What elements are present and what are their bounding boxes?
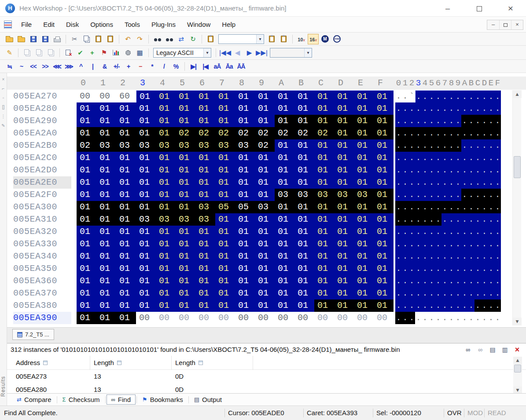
ascii-char[interactable]: .: [415, 213, 422, 226]
ascii-char[interactable]: .: [441, 139, 448, 152]
ascii-char[interactable]: .: [468, 127, 475, 139]
ascii-char[interactable]: .: [428, 250, 435, 263]
ascii-char[interactable]: .: [402, 102, 408, 115]
cut-icon[interactable]: ✂: [69, 34, 80, 44]
hex-byte[interactable]: 01: [374, 164, 394, 176]
ascii-char[interactable]: .: [488, 189, 494, 201]
hex-byte[interactable]: 01: [255, 189, 275, 201]
hex-byte[interactable]: 01: [96, 213, 116, 226]
op-xor-icon[interactable]: ^: [75, 61, 86, 72]
hex-byte[interactable]: 01: [136, 287, 156, 299]
document-icon[interactable]: [4, 21, 12, 29]
mdi-close-button[interactable]: ×: [511, 20, 523, 29]
data-grid-icon[interactable]: ▦: [134, 47, 145, 58]
uppercase-icon[interactable]: aĀ: [212, 61, 223, 72]
hex-byte[interactable]: 01: [176, 176, 195, 189]
ascii-char[interactable]: .: [448, 115, 455, 127]
ascii-char[interactable]: .: [395, 213, 402, 226]
ascii-char[interactable]: .: [488, 238, 494, 250]
hex-byte[interactable]: 01: [156, 127, 176, 139]
ascii-char[interactable]: .: [494, 189, 501, 201]
ascii-char[interactable]: .: [408, 312, 415, 324]
ascii-char[interactable]: .: [441, 115, 448, 127]
ascii-char[interactable]: .: [428, 152, 435, 164]
hex-byte[interactable]: 01: [235, 299, 255, 312]
ascii-char[interactable]: .: [441, 152, 448, 164]
hex-byte[interactable]: 01: [116, 201, 136, 213]
hex-byte[interactable]: 01: [314, 299, 334, 312]
hex-byte[interactable]: 01: [176, 164, 195, 176]
chevron-down-icon[interactable]: ▾: [256, 35, 264, 44]
ascii-char[interactable]: .: [455, 263, 461, 275]
hex-byte[interactable]: 01: [374, 176, 394, 189]
hex-byte[interactable]: 01: [255, 90, 275, 102]
hex-byte[interactable]: 01: [116, 127, 136, 139]
hex-byte[interactable]: 01: [334, 127, 354, 139]
hex-byte[interactable]: 01: [354, 250, 374, 263]
ascii-char[interactable]: .: [481, 263, 488, 275]
ascii-char[interactable]: .: [481, 176, 488, 189]
ascii-char[interactable]: .: [422, 275, 428, 287]
hex-byte[interactable]: 01: [116, 250, 136, 263]
hex-byte[interactable]: 01: [294, 201, 314, 213]
hex-byte[interactable]: 01: [215, 152, 235, 164]
ascii-char[interactable]: .: [415, 164, 422, 176]
results-column-header[interactable]: Length: [172, 356, 253, 370]
ascii-char[interactable]: .: [408, 102, 415, 115]
ascii-char[interactable]: .: [475, 90, 481, 102]
ascii-char[interactable]: .: [455, 176, 461, 189]
ascii-char[interactable]: .: [488, 226, 494, 238]
ascii-char[interactable]: .: [408, 139, 415, 152]
ascii-char[interactable]: .: [475, 152, 481, 164]
hex-byte[interactable]: 01: [77, 102, 96, 115]
hex-byte[interactable]: 01: [195, 226, 215, 238]
hex-byte[interactable]: 03: [176, 213, 195, 226]
hex-byte[interactable]: 01: [294, 299, 314, 312]
op-or-icon[interactable]: |: [87, 61, 98, 72]
hex-byte[interactable]: 01: [77, 312, 96, 324]
ascii-char[interactable]: .: [494, 275, 501, 287]
menu-edit[interactable]: Edit: [37, 17, 60, 32]
address-label[interactable]: 005EA2F0: [13, 189, 71, 201]
hex-byte[interactable]: 00: [314, 312, 334, 324]
hex-byte[interactable]: 01: [77, 201, 96, 213]
hex-byte[interactable]: 01: [215, 213, 235, 226]
hex-byte[interactable]: 01: [374, 238, 394, 250]
ascii-char[interactable]: .: [481, 287, 488, 299]
hex-byte[interactable]: 01: [116, 152, 136, 164]
op-assign-icon[interactable]: ≒: [4, 61, 15, 72]
find-next-result-icon[interactable]: ∞: [476, 345, 485, 354]
ascii-char[interactable]: .: [395, 189, 402, 201]
hex-byte[interactable]: 01: [255, 213, 275, 226]
hex-byte[interactable]: 01: [374, 250, 394, 263]
ascii-char[interactable]: .: [461, 226, 468, 238]
ascii-char[interactable]: .: [415, 90, 422, 102]
hex-byte[interactable]: 01: [334, 226, 354, 238]
hex-byte[interactable]: 01: [96, 127, 116, 139]
ascii-char[interactable]: .: [422, 299, 428, 312]
hex-byte[interactable]: 01: [96, 312, 116, 324]
hex-byte[interactable]: 01: [235, 226, 255, 238]
result-row[interactable]: 005EA273130D: [7, 370, 526, 383]
hex-byte[interactable]: 01: [215, 102, 235, 115]
ascii-char[interactable]: .: [468, 152, 475, 164]
hex-byte[interactable]: 01: [374, 213, 394, 226]
hex-byte[interactable]: 01: [235, 90, 255, 102]
ascii-char[interactable]: .: [455, 299, 461, 312]
hex-byte[interactable]: 01: [235, 164, 255, 176]
ascii-char[interactable]: .: [461, 176, 468, 189]
ascii-char[interactable]: .: [395, 176, 402, 189]
ascii-char[interactable]: .: [494, 115, 501, 127]
hex-byte[interactable]: 01: [374, 152, 394, 164]
ascii-char[interactable]: .: [395, 102, 402, 115]
hex-byte[interactable]: 01: [215, 299, 235, 312]
hex-byte[interactable]: 01: [116, 115, 136, 127]
ascii-char[interactable]: .: [428, 164, 435, 176]
ascii-char[interactable]: .: [461, 238, 468, 250]
ascii-char[interactable]: .: [475, 275, 481, 287]
ascii-char[interactable]: .: [415, 189, 422, 201]
ascii-char[interactable]: .: [408, 263, 415, 275]
hex-byte[interactable]: 01: [294, 115, 314, 127]
intel-byteorder-icon[interactable]: intel: [331, 34, 342, 44]
menu-options[interactable]: Options: [85, 17, 119, 32]
